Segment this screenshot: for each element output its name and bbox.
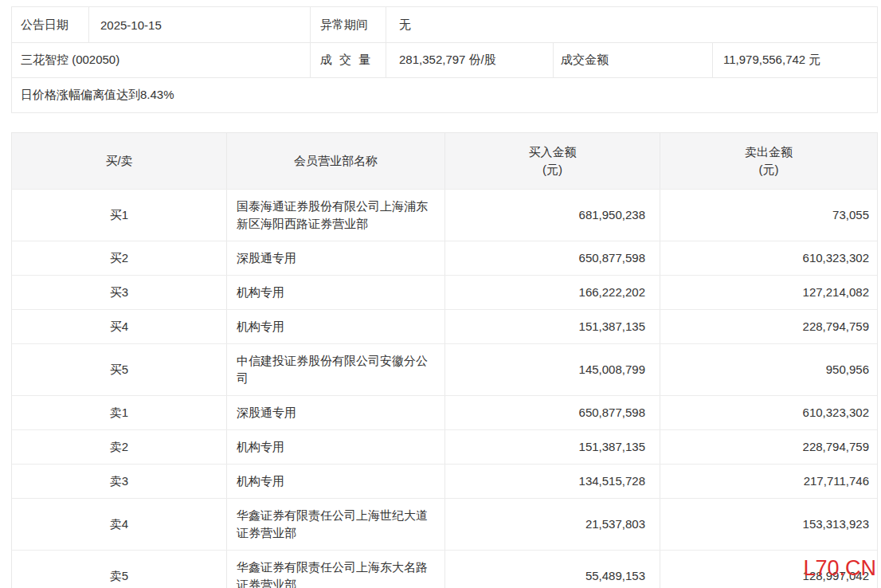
buy-amount-cell: 134,515,728: [444, 465, 660, 498]
side-cell: 卖5: [12, 551, 226, 588]
stock-name: 三花智控 (002050): [12, 43, 310, 77]
table-header-row: 买/卖 会员营业部名称 买入金额 (元) 卖出金额 (元): [12, 133, 877, 189]
branch-cell: 深股通专用: [226, 241, 444, 275]
buy-amount-cell: 151,387,135: [444, 310, 660, 343]
side-cell: 卖1: [12, 396, 226, 429]
table-row: 买3 机构专用 166,222,202 127,214,082: [12, 275, 877, 309]
volume-label: 成交量: [310, 43, 386, 77]
side-cell: 卖3: [12, 465, 226, 498]
branch-cell: 华鑫证券有限责任公司上海世纪大道证券营业部: [226, 499, 444, 550]
sell-amount-cell: 217,711,746: [660, 465, 877, 498]
page: 公告日期 2025-10-15 异常期间 无 三花智控 (002050) 成交量…: [0, 0, 881, 588]
listing-reason: 日价格涨幅偏离值达到8.43%: [12, 78, 877, 112]
buy-amount-cell: 21,537,803: [444, 499, 660, 550]
buy-amount-cell: 151,387,135: [444, 430, 660, 464]
table-row: 卖3 机构专用 134,515,728 217,711,746: [12, 464, 877, 498]
sell-amount-cell: 950,956: [660, 344, 877, 395]
branch-cell: 国泰海通证券股份有限公司上海浦东新区海阳西路证券营业部: [226, 190, 444, 241]
branch-cell: 中信建投证券股份有限公司安徽分公司: [226, 344, 444, 395]
table-row: 买1 国泰海通证券股份有限公司上海浦东新区海阳西路证券营业部 681,950,2…: [12, 189, 877, 241]
table-row: 卖2 机构专用 151,387,135 228,794,759: [12, 429, 877, 464]
branch-cell: 机构专用: [226, 430, 444, 464]
header-branch: 会员营业部名称: [226, 133, 444, 189]
turnover-value: 11,979,556,742 元: [712, 43, 877, 77]
buy-amount-cell: 55,489,153: [444, 551, 660, 588]
sell-amount-cell: 73,055: [660, 190, 877, 241]
header-side: 买/卖: [12, 133, 226, 189]
buy-amount-cell: 650,877,598: [444, 241, 660, 275]
header-sell-amount: 卖出金额 (元): [660, 133, 877, 189]
sell-amount-cell: 153,313,923: [660, 499, 877, 550]
table-row: 买2 深股通专用 650,877,598 610,323,302: [12, 241, 877, 275]
table-row: 买4 机构专用 151,387,135 228,794,759: [12, 309, 877, 343]
info-row-volume: 三花智控 (002050) 成交量 281,352,797 份/股 成交金额 1…: [12, 42, 877, 77]
sell-amount-cell: 228,794,759: [660, 310, 877, 343]
buy-amount-cell: 650,877,598: [444, 396, 660, 429]
table-row: 卖5 华鑫证券有限责任公司上海东大名路证券营业部 55,489,153 128,…: [12, 550, 877, 588]
abnormal-period-label: 异常期间: [310, 7, 386, 42]
sell-amount-cell: 610,323,302: [660, 396, 877, 429]
side-cell: 买5: [12, 344, 226, 395]
branch-cell: 深股通专用: [226, 396, 444, 429]
table-row: 买5 中信建投证券股份有限公司安徽分公司 145,008,799 950,956: [12, 343, 877, 395]
branch-cell: 机构专用: [226, 465, 444, 498]
side-cell: 买3: [12, 276, 226, 309]
branch-cell: 华鑫证券有限责任公司上海东大名路证券营业部: [226, 551, 444, 588]
header-buy-amount: 买入金额 (元): [444, 133, 660, 189]
announce-date-label: 公告日期: [12, 7, 88, 42]
branch-cell: 机构专用: [226, 310, 444, 343]
side-cell: 买2: [12, 241, 226, 275]
site-watermark: L70.CN: [803, 558, 876, 579]
side-cell: 买4: [12, 310, 226, 343]
sell-amount-cell: 610,323,302: [660, 241, 877, 275]
side-cell: 卖2: [12, 430, 226, 464]
info-row-reason: 日价格涨幅偏离值达到8.43%: [12, 77, 877, 112]
branch-cell: 机构专用: [226, 276, 444, 309]
turnover-label: 成交金额: [553, 43, 712, 77]
volume-value: 281,352,797 份/股: [386, 43, 553, 77]
broker-table: 买/卖 会员营业部名称 买入金额 (元) 卖出金额 (元) 买1 国泰海通证券股…: [11, 132, 878, 588]
buy-amount-cell: 681,950,238: [444, 190, 660, 241]
abnormal-period-value: 无: [386, 7, 877, 42]
side-cell: 买1: [12, 190, 226, 241]
buy-amount-cell: 145,008,799: [444, 344, 660, 395]
table-row: 卖1 深股通专用 650,877,598 610,323,302: [12, 395, 877, 429]
sell-amount-cell: 228,794,759: [660, 430, 877, 464]
info-row-announcement: 公告日期 2025-10-15 异常期间 无: [12, 7, 877, 42]
table-row: 卖4 华鑫证券有限责任公司上海世纪大道证券营业部 21,537,803 153,…: [12, 498, 877, 550]
side-cell: 卖4: [12, 499, 226, 550]
announce-date-value: 2025-10-15: [88, 7, 310, 42]
stock-info-panel: 公告日期 2025-10-15 异常期间 无 三花智控 (002050) 成交量…: [11, 6, 878, 113]
sell-amount-cell: 127,214,082: [660, 276, 877, 309]
buy-amount-cell: 166,222,202: [444, 276, 660, 309]
